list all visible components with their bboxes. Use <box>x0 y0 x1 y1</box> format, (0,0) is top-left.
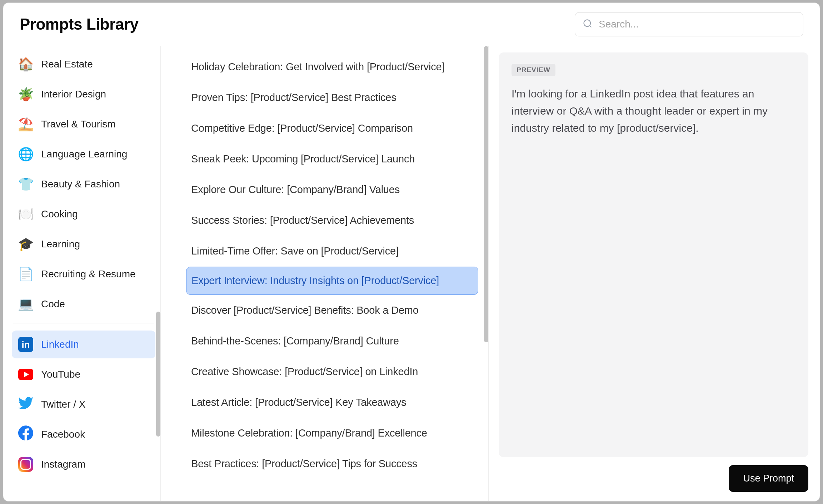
prompt-item[interactable]: Limited-Time Offer: Save on [Product/Ser… <box>186 236 478 266</box>
sidebar-item-interior-design[interactable]: 🪴Interior Design <box>12 80 155 108</box>
sidebar-item-label: LinkedIn <box>41 339 79 350</box>
prompt-item[interactable]: Milestone Celebration: [Company/Brand] E… <box>186 418 478 448</box>
language-learning-icon: 🌐 <box>18 147 33 162</box>
travel-tourism-icon: ⛱️ <box>18 117 33 132</box>
sidebar-item-code[interactable]: 💻Code <box>12 290 155 318</box>
code-icon: 💻 <box>18 297 33 312</box>
sidebar-divider <box>13 323 154 323</box>
recruiting-resume-icon: 📄 <box>18 267 33 282</box>
preview-panel: PREVIEW I'm looking for a LinkedIn post … <box>494 46 820 501</box>
sidebar-item-label: Travel & Tourism <box>41 119 116 130</box>
learning-icon: 🎓 <box>18 237 33 252</box>
prompt-item[interactable]: Holiday Celebration: Get Involved with [… <box>186 56 478 82</box>
sidebar-item-label: Instagram <box>41 459 86 470</box>
search-input[interactable] <box>575 12 803 36</box>
prompt-item[interactable]: Proven Tips: [Product/Service] Best Prac… <box>186 82 478 113</box>
prompt-item[interactable]: Sneak Peek: Upcoming [Product/Service] L… <box>186 144 478 174</box>
prompt-item[interactable]: Best Practices: [Product/Service] Tips f… <box>186 449 478 479</box>
sidebar-item-label: Interior Design <box>41 89 106 100</box>
page-title: Prompts Library <box>20 15 138 33</box>
prompt-item[interactable]: Success Stories: [Product/Service] Achie… <box>186 205 478 236</box>
facebook-icon <box>18 427 33 442</box>
sidebar-item-label: Cooking <box>41 208 78 220</box>
prompts-scrollbar[interactable] <box>484 46 488 342</box>
preview-box: PREVIEW I'm looking for a LinkedIn post … <box>499 52 808 457</box>
sidebar-item-label: Recruiting & Resume <box>41 268 136 280</box>
beauty-fashion-icon: 👕 <box>18 177 33 192</box>
prompt-item[interactable]: Explore Our Culture: [Company/Brand] Val… <box>186 175 478 205</box>
prompt-item[interactable]: Competitive Edge: [Product/Service] Comp… <box>186 113 478 143</box>
prompt-item[interactable]: Behind-the-Scenes: [Company/Brand] Cultu… <box>186 326 478 356</box>
prompt-item[interactable]: Expert Interview: Industry Insights on [… <box>186 267 478 295</box>
twitter-icon <box>18 397 33 412</box>
use-prompt-button[interactable]: Use Prompt <box>729 465 808 492</box>
youtube-icon <box>18 367 33 382</box>
sidebar-item-recruiting-resume[interactable]: 📄Recruiting & Resume <box>12 260 155 288</box>
sidebar-item-cooking[interactable]: 🍽️Cooking <box>12 200 155 228</box>
sidebar-item-label: Facebook <box>41 429 85 440</box>
prompt-item[interactable]: Creative Showcase: [Product/Service] on … <box>186 357 478 387</box>
svg-point-0 <box>584 20 591 27</box>
sidebar-item-label: Real Estate <box>41 59 93 70</box>
sidebar-item-travel-tourism[interactable]: ⛱️Travel & Tourism <box>12 110 155 138</box>
sidebar-item-language-learning[interactable]: 🌐Language Learning <box>12 140 155 168</box>
sidebar-item-facebook[interactable]: Facebook <box>12 420 155 448</box>
prompts-library-window: Prompts Library 🏠Real Estate🪴Interior De… <box>3 2 820 502</box>
instagram-icon <box>18 457 33 472</box>
sidebar-item-label: Learning <box>41 238 80 250</box>
interior-design-icon: 🪴 <box>18 87 33 102</box>
sidebar-item-label: Code <box>41 298 65 310</box>
prompts-list-panel: Holiday Celebration: Get Involved with [… <box>161 46 494 501</box>
preview-badge: PREVIEW <box>512 64 555 76</box>
sidebar-item-instagram[interactable]: Instagram <box>12 450 155 478</box>
sidebar-item-twitter-x[interactable]: Twitter / X <box>12 390 155 418</box>
sidebar-item-learning[interactable]: 🎓Learning <box>12 230 155 258</box>
svg-line-1 <box>589 25 591 27</box>
real-estate-icon: 🏠 <box>18 57 33 72</box>
sidebar-scrollbar[interactable] <box>156 312 160 437</box>
search-icon <box>583 19 593 30</box>
cooking-icon: 🍽️ <box>18 207 33 222</box>
preview-text: I'm looking for a LinkedIn post idea tha… <box>512 85 795 137</box>
sidebar-item-youtube[interactable]: YouTube <box>12 361 155 388</box>
body: 🏠Real Estate🪴Interior Design⛱️Travel & T… <box>3 46 820 501</box>
sidebar-item-label: Language Learning <box>41 148 127 160</box>
sidebar-item-beauty-fashion[interactable]: 👕Beauty & Fashion <box>12 170 155 198</box>
prompts-list: Holiday Celebration: Get Involved with [… <box>176 46 489 501</box>
linkedin-icon: in <box>18 337 33 352</box>
sidebar-item-real-estate[interactable]: 🏠Real Estate <box>12 50 155 78</box>
sidebar-item-label: Twitter / X <box>41 399 85 410</box>
sidebar-item-linkedin[interactable]: inLinkedIn <box>12 331 155 358</box>
search-wrapper <box>575 12 803 36</box>
sidebar-item-label: Beauty & Fashion <box>41 178 120 190</box>
header: Prompts Library <box>3 3 820 46</box>
sidebar: 🏠Real Estate🪴Interior Design⛱️Travel & T… <box>3 46 161 501</box>
prompt-item[interactable]: Discover [Product/Service] Benefits: Boo… <box>186 295 478 326</box>
sidebar-item-label: YouTube <box>41 369 80 380</box>
prompt-item[interactable]: Latest Article: [Product/Service] Key Ta… <box>186 387 478 418</box>
